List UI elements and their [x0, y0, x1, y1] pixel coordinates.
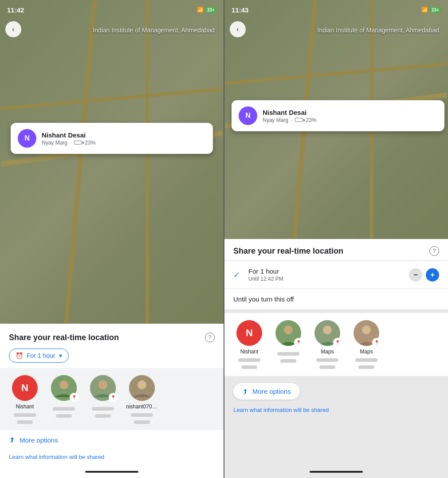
right-turn-off-text: Until you turn this off: [233, 295, 439, 303]
left-location-info: Nishant Desai Nyay Marg · 23%: [42, 131, 206, 146]
left-contact-avatar-2: 📍: [51, 375, 77, 401]
left-map-area: 11:42 📶 23+ ‹ Indian Institute of Manage…: [0, 0, 224, 324]
right-plus-button[interactable]: +: [426, 268, 439, 282]
right-location-name: Nishant Desai: [263, 109, 437, 116]
right-contact-item-1[interactable]: N Nishant: [233, 320, 265, 369]
left-map-overlay: [0, 0, 224, 324]
left-bottom-sheet: Share your real-time location ? ⏰ For 1 …: [0, 324, 224, 368]
right-more-options-button[interactable]: ⮭ More options: [233, 383, 300, 400]
right-maps-badge-3: 📍: [333, 338, 342, 347]
right-contact-item-2[interactable]: 📍: [272, 320, 304, 369]
left-share-icon: ⮭: [9, 436, 16, 444]
left-contact-sub-4: [131, 413, 153, 417]
right-battery-pct: 23%: [306, 117, 316, 123]
left-battery-pct: 23%: [85, 140, 95, 146]
right-maps-badge-2: 📍: [294, 338, 303, 347]
right-contact-avatar-1: N: [236, 320, 262, 346]
left-wifi-icon: 📶: [197, 7, 204, 13]
left-contact-sub-1: [14, 413, 36, 417]
left-contact-img-4: [129, 375, 155, 401]
right-map-label: Indian Institute of Management, Ahmedaba…: [317, 27, 439, 34]
right-contact-avatar-2: 📍: [275, 320, 301, 346]
right-location-avatar: N: [239, 106, 257, 125]
left-contact-sub-2: [53, 407, 75, 411]
right-contact-name-1: Nishant: [240, 349, 259, 355]
right-back-icon: ‹: [236, 25, 239, 33]
left-location-sub: Nyay Marg · 23%: [42, 140, 206, 146]
left-status-bar: 11:42 📶 23+: [0, 0, 224, 20]
left-map-label: Indian Institute of Management, Ahmedaba…: [93, 27, 215, 34]
right-help-button[interactable]: ?: [429, 246, 439, 256]
left-more-options-button[interactable]: ⮭ More options: [9, 436, 58, 444]
right-expanded-sheet: Share your real-time location ? ✓ For 1 …: [224, 239, 448, 478]
right-share-icon: ⮭: [242, 388, 249, 395]
right-back-button[interactable]: ‹: [230, 21, 246, 37]
right-contact-name-4: Maps: [360, 349, 373, 355]
left-help-button[interactable]: ?: [205, 333, 215, 342]
svg-point-7: [284, 325, 293, 334]
right-sheet-header: Share your real-time location ?: [224, 239, 448, 261]
left-address: Nyay Marg: [42, 140, 67, 146]
left-back-icon: ‹: [12, 25, 14, 33]
left-contact-sub2-2: [56, 414, 72, 418]
right-contact-avatar-4: 📍: [354, 320, 379, 346]
right-duration-title-1: For 1 hour: [248, 267, 409, 275]
right-duration-until-1: Until 12:42 PM: [248, 276, 409, 282]
left-dropdown-arrow: ▾: [59, 352, 62, 359]
left-location-card: N Nishant Desai Nyay Marg · 23%: [11, 123, 213, 154]
right-contact-sub2-2: [280, 359, 296, 363]
left-contact-sub2-4: [134, 420, 150, 424]
left-contact-avatar-3: 📍: [90, 375, 116, 401]
left-contact-item-4[interactable]: nishant0707...: [126, 375, 158, 424]
left-maps-badge-3: 📍: [109, 393, 118, 402]
svg-point-5: [138, 380, 146, 389]
right-separator: ·: [291, 117, 292, 123]
left-location-avatar: N: [18, 129, 36, 148]
svg-point-3: [98, 380, 107, 389]
right-maps-badge-4: 📍: [372, 338, 381, 347]
right-contact-sub-4: [355, 358, 377, 362]
left-contact-avatar-1: N: [12, 375, 38, 401]
right-learn-link[interactable]: Learn what information will be shared: [224, 407, 448, 419]
right-location-card: N Nishant Desai Nyay Marg · 23%: [232, 100, 444, 131]
svg-point-9: [323, 325, 332, 334]
left-more-options-row: ⮭ More options: [0, 429, 224, 450]
right-contacts-row: N Nishant 📍: [224, 313, 448, 376]
left-battery-icon: [74, 141, 82, 145]
right-duration-controls: − +: [409, 268, 439, 282]
left-more-options-label: More options: [20, 436, 58, 444]
right-home-indicator: [224, 467, 448, 478]
right-battery-bar: [295, 118, 303, 122]
right-contact-sub2-3: [319, 365, 335, 369]
right-battery-icon: [295, 118, 303, 122]
right-contact-sub-1: [238, 358, 260, 362]
left-home-bar: [85, 471, 138, 473]
right-contact-sub-2: [277, 352, 299, 356]
right-address: Nyay Marg: [263, 117, 288, 123]
right-sheet-title: Share your real-time location: [233, 247, 343, 256]
left-status-icons: 📶 23+: [197, 7, 216, 13]
right-location-sub: Nyay Marg · 23%: [263, 117, 437, 123]
right-duration-option-2[interactable]: Until you turn this off: [224, 289, 448, 310]
left-duration-button[interactable]: ⏰ For 1 hour ▾: [9, 349, 69, 363]
left-contacts-row: N Nishant 📍: [0, 368, 224, 429]
right-home-bar: [310, 471, 363, 473]
left-contact-item-1[interactable]: N Nishant: [9, 375, 41, 424]
right-contact-avatar-3: 📍: [314, 320, 340, 346]
right-contact-sub2-4: [358, 365, 374, 369]
right-contact-item-3[interactable]: 📍 Maps: [311, 320, 343, 369]
right-contact-item-4[interactable]: 📍 Maps: [350, 320, 382, 369]
right-duration-option-1[interactable]: ✓ For 1 hour Until 12:42 PM − +: [224, 261, 448, 289]
left-back-button[interactable]: ‹: [5, 21, 21, 37]
left-contact-img-1: N: [12, 375, 38, 401]
left-contact-item-3[interactable]: 📍: [87, 375, 119, 424]
left-battery-bar: [74, 141, 82, 145]
left-learn-link[interactable]: Learn what information will be shared: [0, 450, 224, 467]
left-contact-item-2[interactable]: 📍: [48, 375, 80, 424]
right-contact-name-3: Maps: [321, 349, 334, 355]
left-sheet-header: Share your real-time location ?: [9, 333, 215, 342]
right-minus-button[interactable]: −: [409, 268, 422, 282]
left-maps-badge-2: 📍: [70, 393, 79, 402]
right-status-bar: 11:43 📶 23+: [224, 0, 448, 20]
right-more-options-section: ⮭ More options: [224, 376, 448, 407]
